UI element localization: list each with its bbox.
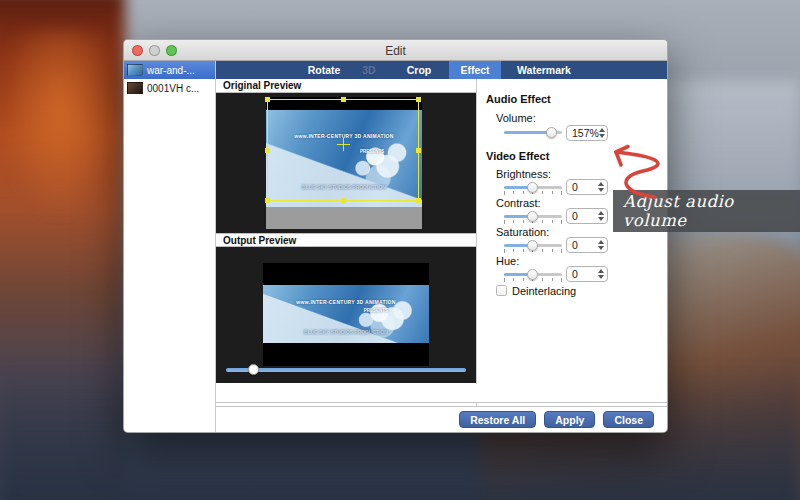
slider-fill [504,244,530,247]
window-title: Edit [124,44,667,58]
crop-handle[interactable] [341,97,346,102]
video-watermark-text: PRESENTS [293,308,429,313]
file-list-sidebar: war-and-... 0001VH c... [124,61,216,432]
stepper-up-icon[interactable] [599,128,605,132]
tab-crop[interactable]: Crop [398,61,440,79]
volume-slider[interactable] [504,127,562,139]
saturation-stepper[interactable]: 0 [566,237,608,253]
stepper-up-icon[interactable] [598,240,604,244]
sidebar-item-label: war-and-... [147,65,195,76]
crop-handle[interactable] [265,148,270,153]
title-bar[interactable]: Edit [124,40,667,61]
video-watermark-text: BLUE SKY STUDIOS PRODUCTION [263,329,429,335]
stepper-down-icon[interactable] [598,217,604,221]
stepper-down-icon[interactable] [598,275,604,279]
original-preview-label: Original Preview [216,79,476,93]
deinterlacing-label: Deinterlacing [512,285,576,297]
contrast-value: 0 [567,210,596,222]
output-preview-area: www.INTER-CENTURY 3D ANIMATION PRESENTS … [216,247,476,383]
volume-label: Volume: [496,112,536,124]
video-effect-heading: Video Effect [486,150,549,162]
tab-bar: Rotate 3D Crop Effect Watermark [216,61,667,79]
contrast-label: Contrast: [496,197,541,209]
crop-selection-box[interactable] [267,99,419,201]
slider-fill [504,186,530,189]
hue-value: 0 [567,268,596,280]
original-preview-area: www.INTER-CENTURY 3D ANIMATION PRESENTS … [216,93,476,233]
sidebar-item-war-and[interactable]: war-and-... [124,61,215,79]
stepper-up-icon[interactable] [598,269,604,273]
crop-handle[interactable] [416,97,421,102]
annotation-arrow-icon [595,138,685,208]
apply-button[interactable]: Apply [544,411,595,428]
content-area: Original Preview www.INTER-CENTURY 3D AN… [216,79,667,384]
crop-handle[interactable] [265,97,270,102]
seek-slider[interactable] [226,365,466,375]
audio-effect-heading: Audio Effect [486,93,551,105]
saturation-slider[interactable] [504,240,562,252]
stepper-up-icon[interactable] [598,211,604,215]
crop-handle[interactable] [341,198,346,203]
tab-3d[interactable]: 3D [354,61,384,79]
stepper-down-icon[interactable] [598,246,604,250]
close-button[interactable]: Close [603,411,654,428]
hue-slider[interactable] [504,269,562,281]
crop-handle[interactable] [416,198,421,203]
seek-thumb[interactable] [248,364,259,375]
edit-window: Edit war-and-... 0001VH c... Rotate 3D C… [123,39,668,433]
slider-fill [504,215,530,218]
slider-fill [504,273,530,276]
original-video-frame: www.INTER-CENTURY 3D ANIMATION PRESENTS … [266,97,422,229]
tab-rotate[interactable]: Rotate [301,61,347,79]
saturation-value: 0 [567,239,596,251]
saturation-label: Saturation: [496,226,549,238]
hue-stepper[interactable]: 0 [566,266,608,282]
brightness-label: Brightness: [496,168,551,180]
video-thumbnail-icon [127,64,143,76]
restore-all-button[interactable]: Restore All [459,411,536,428]
main-area: Rotate 3D Crop Effect Watermark Original… [216,61,667,432]
tab-effect[interactable]: Effect [449,61,501,79]
brightness-slider[interactable] [504,182,562,194]
crop-handle[interactable] [416,148,421,153]
deinterlacing-checkbox[interactable] [496,285,507,296]
video-watermark-text: www.INTER-CENTURY 3D ANIMATION [263,299,429,305]
hue-label: Hue: [496,255,519,267]
output-video-image: www.INTER-CENTURY 3D ANIMATION PRESENTS … [263,285,429,343]
crosshair-icon [337,138,350,151]
output-video-frame: www.INTER-CENTURY 3D ANIMATION PRESENTS … [263,263,429,366]
sidebar-item-0001vh[interactable]: 0001VH c... [124,79,215,97]
video-bottom-strip [266,207,422,229]
volume-fill [504,131,549,134]
tab-watermark[interactable]: Watermark [509,61,579,79]
seek-track[interactable] [226,368,466,372]
volume-thumb[interactable] [546,127,557,138]
wallpaper-glow [10,30,120,220]
footer-bar: Restore All Apply Close [216,406,667,432]
sidebar-item-label: 0001VH c... [147,83,199,94]
contrast-slider[interactable] [504,211,562,223]
brightness-value: 0 [567,181,596,193]
output-preview-label: Output Preview [216,233,476,247]
video-thumbnail-icon [127,82,143,94]
contrast-stepper[interactable]: 0 [566,208,608,224]
crop-handle[interactable] [265,198,270,203]
preview-column: Original Preview www.INTER-CENTURY 3D AN… [216,79,476,384]
desktop-wallpaper: Edit war-and-... 0001VH c... Rotate 3D C… [0,0,800,500]
